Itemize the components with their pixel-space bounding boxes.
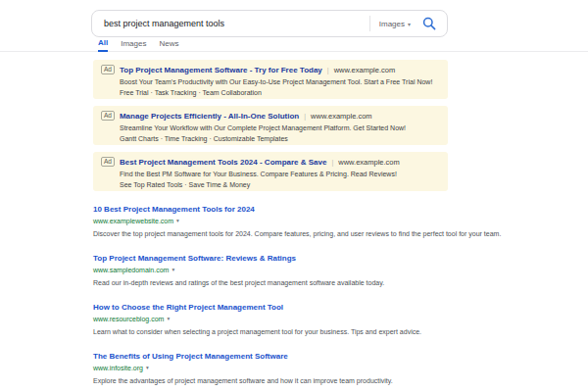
ad-extensions: Gantt Charts · Time Tracking · Customiza…: [120, 134, 440, 143]
ad-extensions: See Top Rated Tools · Save Time & Money: [120, 180, 440, 189]
chevron-down-icon: ▾: [408, 21, 411, 27]
ad-result: Ad Top Project Management Software - Try…: [93, 60, 448, 99]
tabs-bar: All Images News: [0, 35, 588, 52]
ad-description: Find the Best PM Software for Your Busin…: [120, 170, 440, 178]
tab-news[interactable]: News: [159, 39, 178, 51]
result-url-chevron-icon[interactable]: ▾: [167, 315, 170, 323]
search-scope-selector[interactable]: Images ▾: [369, 16, 419, 31]
ad-description: Streamline Your Workflow with Our Comple…: [120, 123, 440, 132]
search-result: 10 Best Project Management Tools for 202…: [93, 198, 539, 238]
ad-title-link[interactable]: Top Project Management Software - Try fo…: [120, 66, 322, 74]
tab-images[interactable]: Images: [121, 39, 146, 51]
search-result: How to Choose the Right Project Manageme…: [93, 296, 539, 336]
result-snippet: Learn what to consider when selecting a …: [93, 327, 539, 336]
ad-badge: Ad: [101, 65, 115, 74]
search-scope-label: Images: [379, 20, 405, 28]
ads-section: Ad Top Project Management Software - Try…: [93, 60, 544, 191]
result-display-url: www.infosite.org: [93, 364, 143, 372]
result-display-url: www.examplewebsite.com: [93, 217, 173, 225]
result-display-url: www.resourceblog.com: [93, 315, 164, 323]
result-snippet: Discover the top project management tool…: [93, 229, 539, 238]
result-title-link[interactable]: 10 Best Project Management Tools for 202…: [93, 205, 255, 215]
ad-display-url: www.example.com: [334, 66, 396, 74]
result-title-link[interactable]: How to Choose the Right Project Manageme…: [93, 303, 283, 313]
ad-badge: Ad: [101, 157, 115, 167]
ad-title-link[interactable]: Best Project Management Tools 2024 - Com…: [120, 158, 326, 167]
search-result: Top Project Management Software: Reviews…: [93, 247, 539, 287]
ad-result: Ad Manage Projects Efficiently - All-In-…: [93, 106, 448, 145]
result-snippet: Read our in-depth reviews and ratings of…: [93, 278, 539, 287]
ad-title-link[interactable]: Manage Projects Efficiently - All-In-One…: [120, 112, 299, 121]
ad-display-url: www.example.com: [338, 158, 400, 167]
ad-separator: |: [327, 67, 329, 74]
ad-separator: |: [304, 113, 306, 120]
result-title-link[interactable]: Top Project Management Software: Reviews…: [93, 254, 296, 264]
ad-separator: |: [331, 159, 333, 166]
search-bar: Images ▾: [91, 10, 448, 37]
search-result: The Benefits of Using Project Management…: [93, 345, 539, 385]
search-input[interactable]: [104, 19, 369, 28]
ad-result: Ad Best Project Management Tools 2024 - …: [93, 152, 448, 191]
search-button[interactable]: [419, 14, 439, 33]
ad-badge: Ad: [101, 111, 115, 121]
result-url-chevron-icon[interactable]: ▾: [172, 266, 174, 274]
result-snippet: Explore the advantages of project manage…: [93, 376, 539, 385]
organic-results-section: 10 Best Project Management Tools for 202…: [93, 198, 544, 392]
search-results-page: Ad Top Project Management Software - Try…: [93, 60, 544, 392]
tab-all[interactable]: All: [98, 38, 108, 52]
ad-extensions: Free Trial · Task Tracking · Team Collab…: [120, 88, 440, 97]
ad-description: Boost Your Team's Productivity with Our …: [120, 77, 440, 86]
ad-display-url: www.example.com: [311, 112, 372, 121]
result-title-link[interactable]: The Benefits of Using Project Management…: [93, 352, 288, 362]
result-url-chevron-icon[interactable]: ▾: [146, 364, 149, 372]
result-url-chevron-icon[interactable]: ▾: [176, 217, 179, 225]
result-display-url: www.sampledomain.com: [93, 266, 169, 274]
search-icon: [422, 17, 436, 30]
